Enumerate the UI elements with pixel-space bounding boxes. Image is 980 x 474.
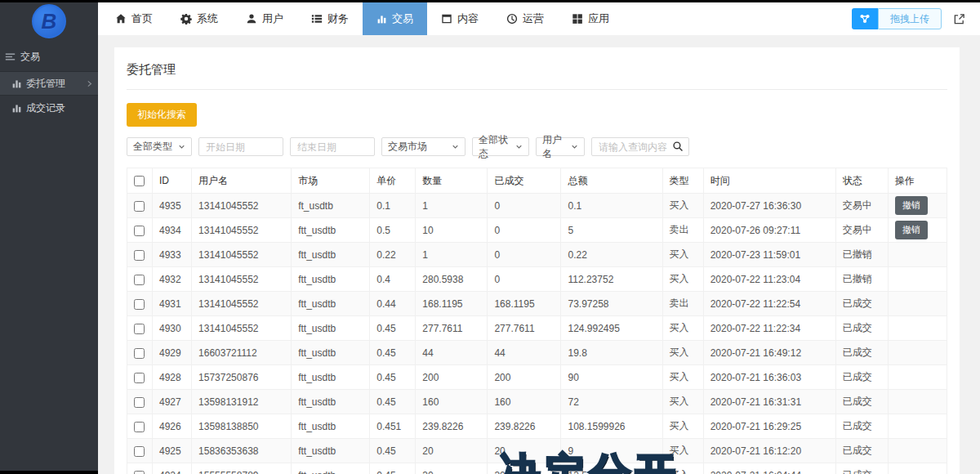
cell-total: 0.1	[561, 194, 662, 218]
cell-total: 0.22	[561, 243, 662, 267]
row-checkbox[interactable]	[134, 201, 145, 212]
cell-id: 4933	[153, 243, 192, 267]
nav-item-home[interactable]: 首页	[101, 2, 167, 35]
status-select[interactable]: 全部状态	[472, 137, 529, 156]
cell-action	[888, 439, 947, 463]
username-select[interactable]: 用户名	[536, 137, 585, 156]
cell-time: 2020-07-22 11:22:34	[703, 316, 835, 341]
row-checkbox[interactable]	[134, 250, 145, 261]
cancel-order-button[interactable]: 撤销	[895, 196, 928, 215]
chevron-down-icon	[515, 143, 523, 150]
row-checkbox[interactable]	[134, 397, 145, 408]
cell-amount: 280.5938	[416, 267, 488, 292]
cell-total: 72	[561, 390, 662, 414]
row-checkbox-cell	[127, 292, 153, 316]
cell-type: 买入	[662, 267, 703, 292]
main-nav: 首页系统用户财务交易内容运营应用	[98, 2, 623, 35]
cell-market: ftt_usdtb	[292, 316, 370, 341]
export-button[interactable]	[953, 13, 965, 25]
cell-id: 4925	[153, 439, 192, 463]
cell-id: 4931	[153, 292, 192, 316]
cell-total: 73.97258	[561, 292, 662, 316]
cell-amount: 10	[416, 218, 488, 243]
cell-type: 买入	[662, 316, 703, 341]
cell-total: 108.1599926	[561, 414, 662, 439]
cell-price: 0.45	[370, 365, 416, 390]
cell-type: 卖出	[662, 218, 703, 243]
row-checkbox-cell	[127, 414, 153, 439]
cell-action	[888, 316, 947, 341]
topbar: 首页系统用户财务交易内容运营应用 拖拽上传	[98, 2, 980, 35]
sidebar-section-trade[interactable]: 交易	[0, 42, 98, 71]
cell-username: 13598131912	[192, 390, 292, 414]
market-select[interactable]: 交易市场	[381, 137, 466, 156]
search-icon[interactable]	[672, 141, 684, 152]
row-checkbox-cell	[127, 365, 153, 390]
row-checkbox[interactable]	[134, 446, 145, 457]
row-checkbox[interactable]	[134, 471, 145, 474]
header-checkbox-cell	[127, 168, 153, 194]
table-row: 492613598138850ftt_usdtb0.451239.8226239…	[127, 414, 947, 439]
cell-filled: 0	[488, 267, 561, 292]
cell-username: 15555558789	[192, 463, 292, 474]
nav-item-label: 交易	[392, 11, 413, 26]
nav-item-content[interactable]: 内容	[427, 2, 492, 35]
nav-item-operation[interactable]: 运营	[492, 2, 558, 35]
start-date-input[interactable]	[198, 137, 283, 156]
upload-button[interactable]: 拖拽上传	[852, 8, 942, 29]
column-header: 时间	[703, 168, 835, 194]
nav-item-system[interactable]: 系统	[167, 2, 232, 35]
row-checkbox[interactable]	[134, 324, 145, 334]
row-checkbox[interactable]	[134, 226, 145, 236]
sidebar-item-label: 成交记录	[26, 101, 65, 115]
row-checkbox-cell	[127, 218, 153, 243]
cell-price: 0.45	[370, 341, 416, 365]
row-checkbox[interactable]	[134, 422, 145, 432]
cell-username: 13141045552	[192, 267, 292, 292]
column-header: 用户名	[192, 168, 292, 194]
cell-market: ftt_usdtb	[292, 292, 370, 316]
home-icon	[115, 13, 127, 25]
nav-item-trade[interactable]: 交易	[363, 2, 427, 35]
row-checkbox[interactable]	[134, 275, 145, 285]
cell-price: 0.44	[370, 292, 416, 316]
cell-type: 买入	[662, 341, 703, 365]
cell-total: 13.5	[561, 463, 662, 474]
cell-time: 2020-07-21 16:49:12	[703, 341, 835, 365]
table-row: 493513141045552ft_usdtb0.1100.1买入2020-07…	[127, 194, 947, 218]
cell-filled: 44	[488, 341, 561, 365]
netdisk-nodes-icon-box[interactable]	[852, 8, 878, 29]
cell-amount: 30	[416, 463, 488, 474]
column-header: 已成交	[488, 168, 561, 194]
cancel-order-button[interactable]: 撤销	[895, 221, 928, 239]
table-row: 492916603721112ftt_usdtb0.45444419.8买入20…	[127, 341, 947, 365]
cell-type: 买入	[662, 414, 703, 439]
type-select[interactable]: 全部类型	[127, 137, 192, 156]
cell-username: 13141045552	[192, 194, 292, 218]
cell-total: 9	[561, 439, 662, 463]
nav-item-app[interactable]: 应用	[558, 2, 623, 35]
drag-upload-label[interactable]: 拖拽上传	[878, 8, 942, 29]
reset-search-button[interactable]: 初始化搜索	[127, 103, 197, 127]
table-row: 493413141045552ftt_usdtb0.51005卖出2020-07…	[127, 218, 947, 243]
window-icon	[441, 13, 452, 25]
end-date-input[interactable]	[290, 137, 375, 156]
app-logo: B	[0, 0, 98, 42]
cell-type: 卖出	[662, 292, 703, 316]
cell-status: 已成交	[835, 341, 888, 365]
sidebar-item-entrust-manage[interactable]: 委托管理	[0, 71, 98, 96]
nav-item-label: 系统	[197, 11, 218, 26]
select-all-checkbox[interactable]	[134, 176, 145, 186]
cell-filled: 200	[488, 365, 561, 390]
market-select-value: 交易市场	[388, 140, 427, 154]
topbar-right: 拖拽上传	[852, 2, 980, 35]
nav-item-user[interactable]: 用户	[232, 2, 297, 35]
row-checkbox[interactable]	[134, 299, 145, 310]
cell-amount: 160	[416, 390, 488, 414]
cloud-nodes-icon	[858, 12, 871, 25]
row-checkbox[interactable]	[134, 373, 145, 383]
nav-item-finance[interactable]: 财务	[297, 2, 363, 35]
row-checkbox[interactable]	[134, 348, 145, 359]
cell-market: ftt_usdtb	[292, 463, 370, 474]
sidebar-item-deal-records[interactable]: 成交记录	[0, 96, 98, 120]
